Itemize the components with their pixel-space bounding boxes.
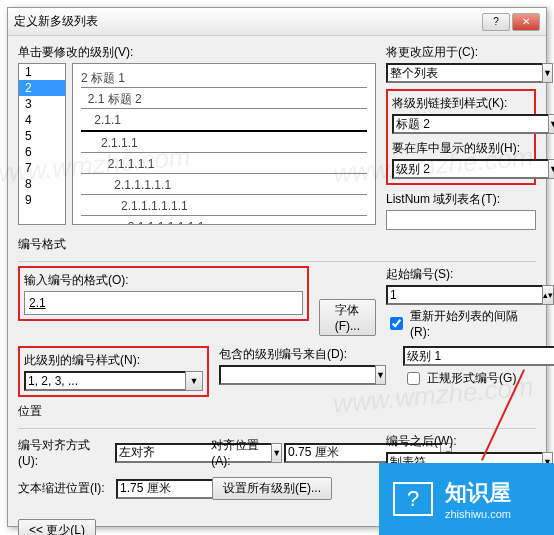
titlebar: 定义新多级列表 ? ✕ <box>8 8 546 36</box>
level-item[interactable]: 7 <box>19 160 65 176</box>
font-button[interactable]: 字体(F)... <box>319 299 376 336</box>
level-item[interactable]: 6 <box>19 144 65 160</box>
link-style-label: 将级别链接到样式(K): <box>392 95 530 112</box>
listnum-input[interactable] <box>386 210 536 230</box>
spinner-icon[interactable]: ▴▾ <box>542 285 554 305</box>
indent-label: 文本缩进位置(I): <box>18 480 110 497</box>
branding-name: 知识屋 <box>445 478 511 508</box>
align-at-input[interactable]: ▴▾ <box>284 443 374 463</box>
number-style-select[interactable]: ▼ <box>24 371 203 391</box>
chevron-down-icon: ▼ <box>548 159 554 179</box>
branding-icon: ? <box>393 482 433 516</box>
align-label: 编号对齐方式(U): <box>18 437 109 468</box>
chevron-down-icon: ▼ <box>542 63 553 83</box>
include-from-select[interactable]: ▼ <box>219 365 379 385</box>
follow-label: 编号之后(W): <box>386 433 536 450</box>
close-button[interactable]: ✕ <box>512 13 540 31</box>
number-format-section: 编号格式 <box>18 236 536 253</box>
gallery-select[interactable]: ▼ <box>392 159 530 179</box>
start-at-input[interactable]: ▴▾ <box>386 285 536 305</box>
set-all-levels-button[interactable]: 设置所有级别(E)... <box>212 477 332 500</box>
help-button[interactable]: ? <box>482 13 510 31</box>
level-item[interactable]: 5 <box>19 128 65 144</box>
level-item[interactable]: 2 <box>19 80 65 96</box>
level-item[interactable]: 9 <box>19 192 65 208</box>
link-style-select[interactable]: ▼ <box>392 114 530 134</box>
chevron-down-icon: ▼ <box>548 114 554 134</box>
align-select[interactable]: ▼ <box>115 443 205 463</box>
legal-label: 正规形式编号(G) <box>427 370 516 387</box>
apply-to-label: 将更改应用于(C): <box>386 44 536 61</box>
restart-checkbox[interactable] <box>390 317 403 330</box>
less-button[interactable]: << 更少(L) <box>18 519 96 535</box>
start-at-label: 起始编号(S): <box>386 266 536 283</box>
position-section: 位置 <box>18 403 536 420</box>
gallery-label: 要在库中显示的级别(H): <box>392 140 530 157</box>
apply-to-select[interactable]: ▼ <box>386 63 536 83</box>
chevron-down-icon: ▼ <box>185 371 203 391</box>
dialog: 定义新多级列表 ? ✕ 单击要修改的级别(V): 1 2 3 4 5 6 7 <box>7 7 547 527</box>
branding-overlay: ? 知识屋 zhishiwu.com <box>379 463 554 535</box>
dialog-title: 定义新多级列表 <box>14 13 482 30</box>
level-item[interactable]: 4 <box>19 112 65 128</box>
number-format-input[interactable] <box>24 291 303 315</box>
align-at-label: 对齐位置(A): <box>211 437 278 468</box>
branding-domain: zhishiwu.com <box>445 508 511 520</box>
levels-label: 单击要修改的级别(V): <box>18 44 376 61</box>
legal-checkbox[interactable] <box>407 372 420 385</box>
indent-input[interactable]: ▴▾ <box>116 479 206 499</box>
restart-level-select[interactable]: ▼ <box>403 346 533 366</box>
number-format-label: 输入编号的格式(O): <box>24 272 303 289</box>
number-style-label: 此级别的编号样式(N): <box>24 352 203 369</box>
listnum-label: ListNum 域列表名(T): <box>386 191 536 208</box>
level-item[interactable]: 8 <box>19 176 65 192</box>
level-item[interactable]: 1 <box>19 64 65 80</box>
restart-label: 重新开始列表的间隔(R): <box>410 308 536 339</box>
include-from-label: 包含的级别编号来自(D): <box>219 346 379 363</box>
level-item[interactable]: 3 <box>19 96 65 112</box>
preview-pane: 2 标题 1 2.1 标题 2 2.1.1 2.1.1.1 2.1.1.1.1 … <box>72 63 376 225</box>
level-listbox[interactable]: 1 2 3 4 5 6 7 8 9 <box>18 63 66 225</box>
chevron-down-icon: ▼ <box>375 365 386 385</box>
